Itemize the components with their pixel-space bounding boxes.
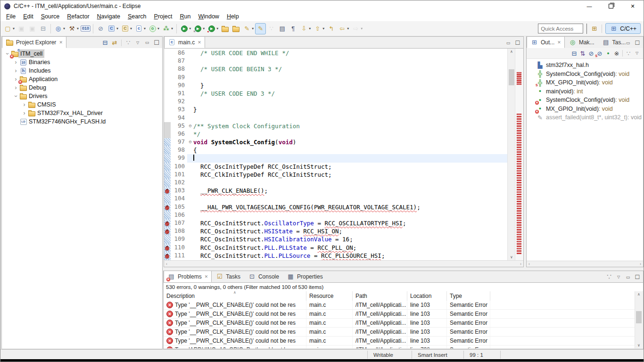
error-overview-mark[interactable] — [517, 72, 521, 74]
perspective-button-cpp[interactable]: ⊞ C/C++ — [605, 23, 641, 34]
problem-row[interactable]: ✕Type '__PWR_CLK_ENABLE()' could not be … — [164, 328, 635, 337]
maximize-view-button[interactable]: ☐ — [513, 39, 522, 47]
tab-properties[interactable]: ▦Properties — [283, 271, 327, 282]
maximize-view-button[interactable]: ☐ — [633, 39, 642, 47]
error-overview-mark[interactable] — [517, 121, 521, 122]
tree-item-itm-cell[interactable]: ›C✕ITM_cell — [2, 49, 162, 58]
error-overview-mark[interactable] — [517, 80, 521, 81]
minimize-view-button[interactable]: ▭ — [504, 39, 512, 47]
error-overview-mark[interactable] — [517, 215, 521, 216]
menu-run[interactable]: Run — [176, 12, 194, 21]
code-line-97[interactable]: 97⊖void SystemClock_Config(void) — [164, 138, 508, 146]
expand-chevron-icon[interactable]: › — [12, 93, 19, 99]
column-header-resource[interactable]: Resource — [306, 291, 353, 301]
target-button[interactable]: ◎▾ — [53, 23, 66, 34]
tab-tasks[interactable]: ☑Tasks — [212, 271, 244, 282]
error-overview-mark[interactable] — [517, 144, 521, 146]
error-overview-mark[interactable] — [517, 78, 521, 79]
dropdown-arrow-icon[interactable]: ▾ — [361, 26, 363, 31]
error-overview-mark[interactable] — [517, 116, 521, 117]
error-overview-mark[interactable] — [517, 137, 521, 139]
error-overview-mark[interactable] — [517, 217, 521, 219]
code-line-89[interactable]: 89 — [164, 74, 508, 82]
view-menu-button[interactable]: ▽ — [633, 49, 641, 58]
print-button[interactable]: ⊟ — [38, 23, 49, 34]
outline-item[interactable]: ▙stm32f7xx_hal.h — [527, 61, 643, 70]
new-c-project-button[interactable]: C▾ — [106, 23, 120, 34]
error-marker-icon[interactable] — [165, 245, 170, 252]
expand-chevron-icon[interactable]: › — [12, 67, 19, 74]
outline-item[interactable]: ╬SMX_GPIO_Init(void) : void — [527, 78, 643, 87]
error-overview-mark[interactable] — [517, 222, 521, 223]
collapse-all-button[interactable]: ⊟ — [101, 39, 109, 47]
error-overview-mark[interactable] — [517, 191, 521, 193]
dropdown-arrow-icon[interactable]: ▾ — [116, 26, 118, 31]
error-overview-mark[interactable] — [517, 170, 521, 172]
error-overview-mark[interactable] — [517, 125, 521, 127]
dropdown-arrow-icon[interactable]: ▾ — [13, 26, 15, 31]
dropdown-arrow-icon[interactable]: ▾ — [130, 26, 132, 31]
fold-marker-icon[interactable]: ⊖ — [187, 122, 193, 130]
maximize-view-button[interactable]: ☐ — [633, 273, 642, 281]
binary-file-button[interactable]: 010 — [80, 23, 91, 34]
error-marker-icon[interactable] — [165, 221, 170, 228]
outline-item[interactable]: ✎assert_failed(uint8_t*, uint32_t) : voi… — [527, 113, 643, 122]
tab-project-explorer[interactable]: Project Explorer ✕ — [2, 36, 66, 48]
show-whitespace-button[interactable]: ¶ — [288, 23, 298, 34]
scroll-right-icon[interactable]: › — [520, 262, 521, 266]
close-icon[interactable]: ✕ — [205, 274, 208, 279]
maximize-button[interactable]: ☐ — [152, 39, 161, 47]
editor-vertical-scrollbar[interactable]: ∧ ∨ — [507, 49, 515, 260]
close-button[interactable]: ✕ — [622, 0, 644, 12]
scroll-down-icon[interactable]: ∨ — [508, 255, 515, 259]
open-resource-button[interactable] — [231, 23, 241, 34]
error-overview-mark[interactable] — [517, 227, 521, 228]
scroll-left-icon[interactable]: ‹ — [528, 262, 530, 266]
dropdown-arrow-icon[interactable]: ▾ — [347, 26, 349, 31]
open-perspective-button[interactable]: ⊞ — [590, 25, 598, 33]
dropdown-arrow-icon[interactable]: ▾ — [77, 26, 79, 31]
dropdown-arrow-icon[interactable]: ▾ — [322, 26, 324, 31]
overview-ruler[interactable] — [515, 49, 523, 260]
error-marker-icon[interactable] — [165, 188, 170, 195]
dropdown-arrow-icon[interactable]: ▾ — [309, 26, 311, 31]
hide-fields-button[interactable]: ⊘ — [587, 49, 595, 58]
error-overview-mark[interactable] — [517, 130, 521, 132]
error-overview-mark[interactable] — [517, 163, 521, 165]
expand-chevron-icon[interactable]: › — [21, 110, 28, 116]
view-menu-button[interactable]: ▽ — [133, 39, 142, 47]
menu-search[interactable]: Search — [124, 12, 150, 21]
error-overview-mark[interactable] — [517, 250, 521, 252]
error-overview-mark[interactable] — [517, 229, 521, 230]
outline-item[interactable]: ╬SystemClock_Config(void) : void — [527, 70, 643, 79]
error-overview-mark[interactable] — [517, 203, 521, 205]
view-menu-icon[interactable]: ▽ — [614, 273, 623, 281]
error-overview-mark[interactable] — [517, 118, 521, 120]
error-overview-mark[interactable] — [517, 187, 521, 188]
quick-access-input[interactable] — [538, 24, 583, 33]
run-configurations-button[interactable]: ▶≡▾ — [192, 23, 206, 34]
code-line-106[interactable]: 106 — [164, 211, 508, 219]
code-line-94[interactable]: 94 — [164, 114, 508, 122]
column-header-type[interactable]: Type — [447, 291, 490, 301]
error-overview-mark[interactable] — [517, 210, 521, 212]
error-overview-mark[interactable] — [517, 184, 521, 186]
tree-item-application[interactable]: ›✕Application — [2, 75, 162, 83]
code-line-90[interactable]: 90 } — [164, 82, 508, 90]
sort-button[interactable]: ⇅ — [578, 49, 587, 58]
scrollbar-thumb[interactable] — [636, 311, 642, 323]
outline-horizontal-scrollbar[interactable]: ‹ › — [527, 261, 643, 267]
problem-row[interactable]: ✕Type '__PWR_CLK_ENABLE()' could not be … — [164, 337, 635, 346]
next-annotation-button[interactable]: ⇩▾ — [298, 23, 312, 34]
error-overview-mark[interactable] — [517, 246, 521, 247]
show-source-of-element-button[interactable]: ▤ — [277, 23, 288, 34]
fold-marker-icon[interactable]: ⊖ — [187, 138, 193, 146]
minimize-view-button[interactable]: ▭ — [624, 39, 632, 47]
dropdown-arrow-icon[interactable]: ▾ — [63, 26, 65, 31]
error-overview-mark[interactable] — [517, 241, 521, 242]
close-icon[interactable]: ✕ — [557, 40, 561, 45]
problems-vertical-scrollbar[interactable]: ∧ ∨ — [635, 291, 643, 348]
tree-item-stm32f746nghx-flash-ld[interactable]: LDSTM32F746NGHx_FLASH.ld — [2, 117, 162, 126]
error-overview-mark[interactable] — [517, 234, 521, 235]
error-overview-mark[interactable] — [517, 189, 521, 190]
